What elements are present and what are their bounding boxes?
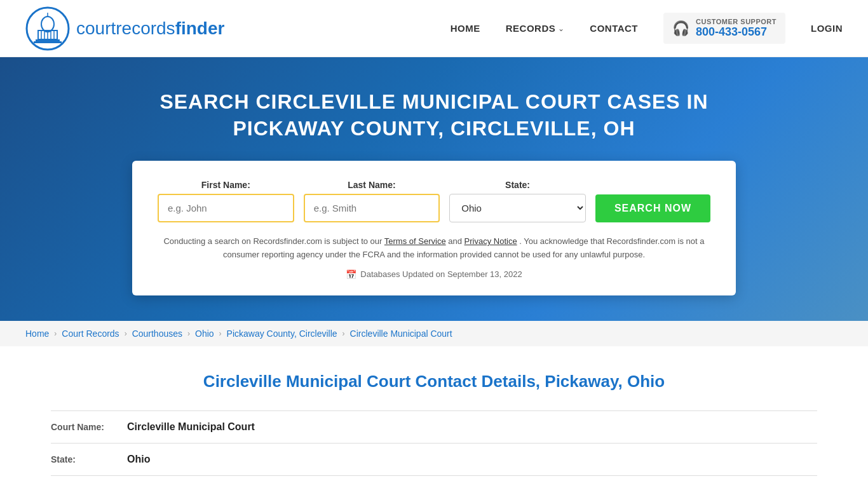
nav-records[interactable]: RECORDS ⌄ (506, 23, 565, 34)
breadcrumb-current: Circleville Municipal Court (350, 329, 452, 339)
nav-login[interactable]: LOGIN (811, 23, 843, 34)
headset-icon: 🎧 (672, 20, 689, 37)
court-name-label: Court Name: (51, 422, 121, 432)
hero-section: SEARCH CIRCLEVILLE MUNICIPAL COURT CASES… (0, 57, 868, 321)
breadcrumb-court-records[interactable]: Court Records (62, 329, 119, 339)
first-name-group: First Name: (158, 180, 294, 222)
calendar-icon: 📅 (346, 269, 356, 280)
bc-sep-3: › (187, 329, 190, 338)
state-row: State: Ohio (51, 444, 817, 476)
last-name-label: Last Name: (304, 180, 440, 190)
support-info: CUSTOMER SUPPORT 800-433-0567 (696, 18, 776, 39)
svg-rect-10 (34, 41, 62, 43)
bc-sep-2: › (125, 329, 127, 338)
privacy-notice-link[interactable]: Privacy Notice (465, 236, 517, 246)
main-nav: HOME RECORDS ⌄ CONTACT 🎧 CUSTOMER SUPPOR… (451, 13, 843, 44)
svg-point-1 (41, 17, 54, 32)
chevron-down-icon: ⌄ (558, 24, 564, 33)
last-name-input[interactable] (304, 194, 440, 222)
nav-home[interactable]: HOME (451, 23, 480, 34)
bc-sep-4: › (219, 329, 222, 338)
court-name-row: Court Name: Circleville Municipal Court (51, 411, 817, 444)
logo[interactable]: courtrecordsfinder (25, 6, 224, 51)
site-header: courtrecordsfinder HOME RECORDS ⌄ CONTAC… (0, 0, 868, 57)
breadcrumb: Home › Court Records › Courthouses › Ohi… (0, 321, 868, 346)
terms-of-service-link[interactable]: Terms of Service (384, 236, 446, 246)
breadcrumb-home[interactable]: Home (25, 329, 49, 339)
support-block: 🎧 CUSTOMER SUPPORT 800-433-0567 (663, 13, 785, 44)
breadcrumb-ohio[interactable]: Ohio (195, 329, 214, 339)
nav-contact[interactable]: CONTACT (590, 23, 638, 34)
court-name-value: Circleville Municipal Court (127, 421, 255, 433)
last-name-group: Last Name: (304, 180, 440, 222)
first-name-input[interactable] (158, 194, 294, 222)
section-title: Circleville Municipal Court Contact Deta… (51, 372, 817, 391)
main-content: Circleville Municipal Court Contact Deta… (0, 346, 868, 488)
bc-sep-1: › (54, 329, 57, 338)
first-name-label: First Name: (158, 180, 294, 190)
logo-text: courtrecordsfinder (76, 18, 224, 39)
hero-bg (521, 57, 868, 321)
breadcrumb-pickaway[interactable]: Pickaway County, Circleville (227, 329, 337, 339)
svg-rect-9 (36, 39, 60, 41)
state-info-value: Ohio (127, 454, 150, 465)
logo-icon (25, 6, 70, 51)
breadcrumb-courthouses[interactable]: Courthouses (132, 329, 182, 339)
state-info-label: State: (51, 454, 121, 464)
bc-sep-5: › (342, 329, 345, 338)
